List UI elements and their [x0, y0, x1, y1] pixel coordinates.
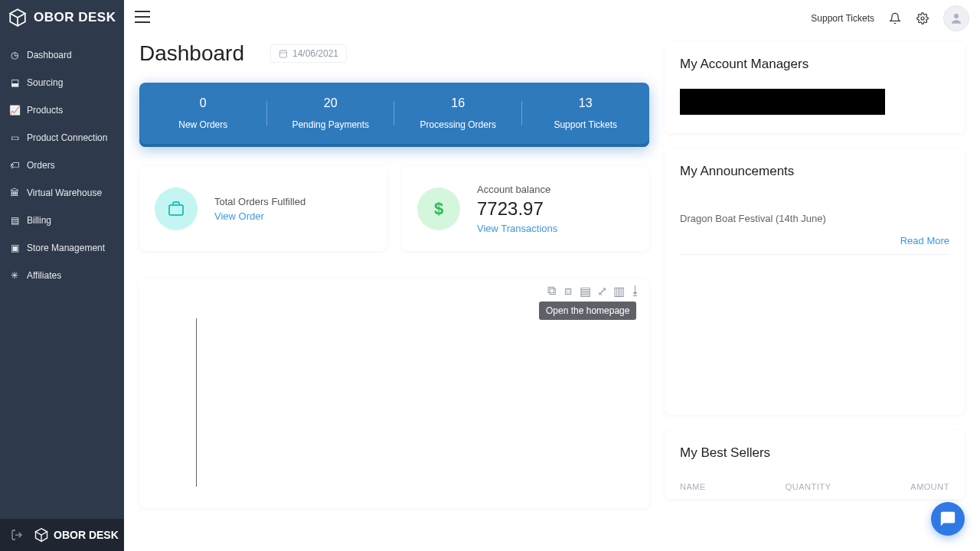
logo[interactable]: OBOR DESK — [0, 0, 124, 41]
bell-icon — [889, 12, 901, 24]
briefcase-icon — [155, 187, 198, 230]
balance-value: 7723.97 — [477, 198, 557, 220]
bottom-brand[interactable]: OBOR DESK — [34, 527, 119, 543]
fulfilled-card: Total Orders Fulfilled View Order — [139, 167, 387, 251]
user-icon — [949, 11, 963, 25]
sidebar: OBOR DESK ◷Dashboard ⬓Sourcing 📈Products… — [0, 0, 124, 551]
svg-rect-2 — [279, 51, 286, 57]
col-amount: AMOUNT — [910, 482, 949, 491]
fulfilled-title: Total Orders Fulfilled — [214, 196, 305, 207]
page-title: Dashboard — [139, 41, 244, 66]
sidebar-item-orders[interactable]: 🏷Orders — [0, 152, 124, 179]
hamburger-icon — [135, 11, 150, 23]
account-managers-panel: My Account Managers — [665, 41, 965, 133]
chat-icon — [939, 510, 956, 527]
exit-button[interactable] — [0, 529, 34, 541]
sparkle-icon: ✳ — [9, 270, 20, 281]
calendar-icon — [279, 49, 288, 58]
manager-redacted — [680, 89, 885, 115]
svg-point-1 — [954, 14, 959, 18]
date-picker[interactable]: 14/06/2021 — [270, 44, 347, 63]
dollar-icon: $ — [417, 187, 460, 230]
table-header: NAME QUANTITY AMOUNT — [680, 482, 949, 491]
stats-card: 0New Orders 20Pending Payments 16Process… — [139, 83, 649, 147]
notifications-button[interactable] — [888, 11, 902, 25]
cube-icon — [8, 8, 28, 28]
chart-tool-download[interactable]: ⭳ — [629, 285, 642, 297]
chart-tool-crop[interactable]: ⧉ — [545, 285, 557, 297]
stat-processing-orders[interactable]: 16Processing Orders — [394, 96, 522, 130]
col-name: NAME — [680, 482, 706, 491]
stat-pending-payments[interactable]: 20Pending Payments — [267, 96, 395, 130]
right-column: My Account Managers My Announcements Dra… — [665, 41, 965, 508]
view-order-link[interactable]: View Order — [214, 210, 305, 222]
bottom-bar: OBOR DESK — [0, 519, 124, 551]
receipt-icon: ▤ — [9, 215, 20, 226]
support-tickets-link[interactable]: Support Tickets — [811, 13, 874, 24]
settings-button[interactable] — [916, 11, 929, 25]
tooltip: Open the homepage — [539, 302, 636, 320]
page-header: Dashboard 14/06/2021 — [139, 41, 649, 66]
svg-rect-3 — [169, 205, 183, 215]
best-sellers-title: My Best Sellers — [680, 445, 949, 461]
chart-tool-zoom[interactable]: ⤢ — [596, 285, 608, 297]
side-nav: ◷Dashboard ⬓Sourcing 📈Products ▭Product … — [0, 41, 124, 289]
left-column: Dashboard 14/06/2021 0New Orders 20Pendi… — [139, 41, 649, 508]
warehouse-icon: 🏛 — [9, 187, 20, 198]
sidebar-item-store-management[interactable]: ▣Store Management — [0, 234, 124, 262]
cube-icon — [34, 527, 49, 543]
sidebar-item-dashboard[interactable]: ◷Dashboard — [0, 41, 124, 69]
gauge-icon: ◷ — [9, 50, 20, 60]
divider — [680, 254, 949, 255]
chart-tool-bar[interactable]: ▥ — [612, 285, 625, 297]
chart-line-icon: 📈 — [9, 105, 20, 116]
stat-support-tickets[interactable]: 13Support Tickets — [522, 96, 650, 130]
inbox-icon: ⬓ — [9, 77, 20, 88]
balance-card: $ Account balance 7723.97 View Transacti… — [402, 167, 649, 251]
sidebar-item-sourcing[interactable]: ⬓Sourcing — [0, 69, 124, 96]
avatar[interactable] — [943, 5, 969, 31]
sidebar-item-product-connection[interactable]: ▭Product Connection — [0, 124, 124, 152]
stat-new-orders[interactable]: 0New Orders — [139, 96, 267, 130]
announcements-panel: My Announcements Dragon Boat Festival (1… — [665, 148, 965, 415]
sidebar-item-billing[interactable]: ▤Billing — [0, 207, 124, 234]
mini-cards-row: Total Orders Fulfilled View Order $ Acco… — [139, 167, 649, 251]
link-icon: ▭ — [9, 132, 20, 143]
chart-tool-list[interactable]: ▤ — [579, 285, 591, 297]
chart-axis — [196, 318, 593, 487]
top-right: Support Tickets — [811, 5, 969, 31]
topbar: Support Tickets — [124, 0, 980, 37]
col-quantity: QUANTITY — [786, 482, 831, 491]
logout-icon — [11, 529, 23, 541]
store-icon: ▣ — [9, 243, 20, 253]
announcement-item: Dragon Boat Festival (14th June) — [680, 213, 949, 224]
sidebar-item-products[interactable]: 📈Products — [0, 96, 124, 124]
balance-title: Account balance — [477, 184, 557, 195]
menu-toggle[interactable] — [135, 11, 150, 26]
sidebar-item-virtual-warehouse[interactable]: 🏛Virtual Warehouse — [0, 179, 124, 207]
read-more-link[interactable]: Read More — [680, 235, 949, 246]
announcements-title: My Announcements — [680, 164, 949, 179]
svg-point-0 — [921, 17, 924, 20]
chat-fab[interactable] — [931, 502, 965, 536]
sidebar-item-affiliates[interactable]: ✳Affiliates — [0, 262, 124, 289]
main: Support Tickets Dashboard 14/06/2021 0Ne… — [124, 0, 980, 551]
chart-tool-expand[interactable]: ⧈ — [562, 285, 574, 297]
brand-text: OBOR DESK — [34, 10, 116, 25]
gear-icon — [916, 12, 929, 24]
tag-icon: 🏷 — [9, 160, 20, 171]
chart-toolbar: ⧉ ⧈ ▤ ⤢ ▥ ⭳ — [147, 285, 642, 297]
content: Dashboard 14/06/2021 0New Orders 20Pendi… — [124, 37, 980, 508]
view-transactions-link[interactable]: View Transactions — [477, 223, 557, 234]
best-sellers-panel: My Best Sellers NAME QUANTITY AMOUNT — [665, 430, 965, 499]
managers-title: My Account Managers — [680, 57, 949, 72]
